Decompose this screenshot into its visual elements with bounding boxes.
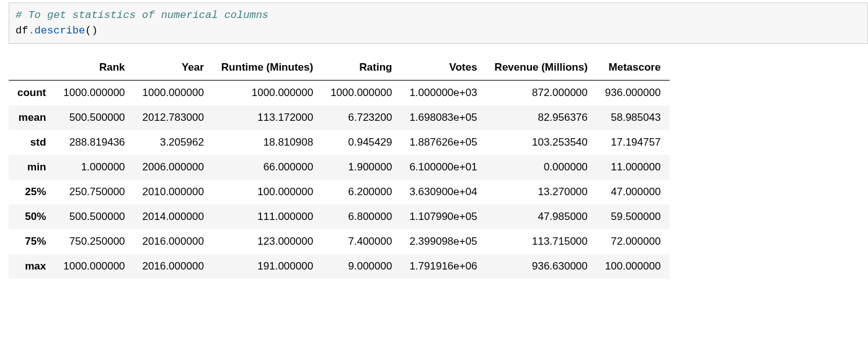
- cell: 111.000000: [213, 204, 322, 229]
- code-method: describe: [35, 25, 86, 37]
- cell: 0.945429: [322, 130, 401, 155]
- cell: 58.985043: [596, 105, 670, 130]
- cell: 1000.000000: [322, 81, 401, 106]
- cell: 113.172000: [213, 105, 322, 130]
- cell: 47.985000: [486, 204, 596, 229]
- cell: 7.400000: [322, 229, 401, 254]
- cell: 1.000000e+03: [401, 81, 485, 106]
- table-row: count 1000.000000 1000.000000 1000.00000…: [9, 81, 670, 106]
- output-area: Rank Year Runtime (Minutes) Rating Votes…: [9, 55, 868, 279]
- cell: 1000.000000: [213, 81, 322, 106]
- cell: 3.630900e+04: [401, 180, 485, 204]
- corner-cell: [9, 55, 55, 81]
- row-header: mean: [9, 105, 55, 130]
- cell: 6.723200: [322, 105, 401, 130]
- row-header: min: [9, 155, 55, 180]
- cell: 500.500000: [55, 204, 133, 229]
- row-header: 50%: [9, 204, 55, 229]
- col-header: Rating: [322, 55, 401, 81]
- table-head: Rank Year Runtime (Minutes) Rating Votes…: [9, 55, 670, 81]
- col-header: Revenue (Millions): [486, 55, 596, 81]
- cell: 66.000000: [213, 155, 322, 180]
- code-input[interactable]: # To get statistics of numerical columns…: [9, 2, 868, 44]
- cell: 6.800000: [322, 204, 401, 229]
- cell: 936.000000: [596, 81, 670, 106]
- cell: 2006.000000: [134, 155, 213, 180]
- cell: 82.956376: [486, 105, 596, 130]
- col-header: Votes: [401, 55, 485, 81]
- cell: 1.900000: [322, 155, 401, 180]
- code-parens: (): [85, 25, 97, 37]
- table-row: 25% 250.750000 2010.000000 100.000000 6.…: [9, 180, 670, 204]
- cell: 17.194757: [596, 130, 670, 155]
- cell: 1000.000000: [134, 81, 213, 106]
- cell: 6.100000e+01: [401, 155, 485, 180]
- cell: 2012.783000: [134, 105, 213, 130]
- col-header: Runtime (Minutes): [213, 55, 322, 81]
- table-row: mean 500.500000 2012.783000 113.172000 6…: [9, 105, 670, 130]
- cell: 1.887626e+05: [401, 130, 485, 155]
- row-header: count: [9, 81, 55, 106]
- cell: 250.750000: [55, 180, 133, 204]
- cell: 13.270000: [486, 180, 596, 204]
- cell: 2010.000000: [134, 180, 213, 204]
- table-row: std 288.819436 3.205962 18.810908 0.9454…: [9, 130, 670, 155]
- cell: 9.000000: [322, 254, 401, 279]
- cell: 18.810908: [213, 130, 322, 155]
- table-body: count 1000.000000 1000.000000 1000.00000…: [9, 81, 670, 279]
- cell: 2016.000000: [134, 229, 213, 254]
- table-row: 50% 500.500000 2014.000000 111.000000 6.…: [9, 204, 670, 229]
- col-header: Rank: [55, 55, 133, 81]
- cell: 500.500000: [55, 105, 133, 130]
- col-header: Metascore: [596, 55, 670, 81]
- row-header: 75%: [9, 229, 55, 254]
- cell: 3.205962: [134, 130, 213, 155]
- cell: 100.000000: [213, 180, 322, 204]
- cell: 113.715000: [486, 229, 596, 254]
- cell: 1000.000000: [55, 81, 133, 106]
- cell: 2014.000000: [134, 204, 213, 229]
- cell: 0.000000: [486, 155, 596, 180]
- cell: 1.698083e+05: [401, 105, 485, 130]
- cell: 2.399098e+05: [401, 229, 485, 254]
- cell: 750.250000: [55, 229, 133, 254]
- row-header: std: [9, 130, 55, 155]
- cell: 100.000000: [596, 254, 670, 279]
- table-row: max 1000.000000 2016.000000 191.000000 9…: [9, 254, 670, 279]
- code-obj: df: [16, 25, 28, 37]
- notebook-cell: # To get statistics of numerical columns…: [0, 2, 868, 279]
- cell: 288.819436: [55, 130, 133, 155]
- cell: 1.791916e+06: [401, 254, 485, 279]
- cell: 6.200000: [322, 180, 401, 204]
- cell: 11.000000: [596, 155, 670, 180]
- cell: 59.500000: [596, 204, 670, 229]
- describe-table: Rank Year Runtime (Minutes) Rating Votes…: [9, 55, 670, 279]
- cell: 2016.000000: [134, 254, 213, 279]
- cell: 123.000000: [213, 229, 322, 254]
- cell: 1000.000000: [55, 254, 133, 279]
- cell: 72.000000: [596, 229, 670, 254]
- cell: 103.253540: [486, 130, 596, 155]
- row-header: max: [9, 254, 55, 279]
- cell: 936.630000: [486, 254, 596, 279]
- table-row: 75% 750.250000 2016.000000 123.000000 7.…: [9, 229, 670, 254]
- cell: 191.000000: [213, 254, 322, 279]
- cell: 872.000000: [486, 81, 596, 106]
- code-dot: .: [28, 25, 34, 37]
- col-header: Year: [134, 55, 213, 81]
- code-comment: # To get statistics of numerical columns: [16, 9, 268, 21]
- cell: 1.107990e+05: [401, 204, 485, 229]
- row-header: 25%: [9, 180, 55, 204]
- cell: 47.000000: [596, 180, 670, 204]
- table-row: min 1.000000 2006.000000 66.000000 1.900…: [9, 155, 670, 180]
- cell: 1.000000: [55, 155, 133, 180]
- header-row: Rank Year Runtime (Minutes) Rating Votes…: [9, 55, 670, 81]
